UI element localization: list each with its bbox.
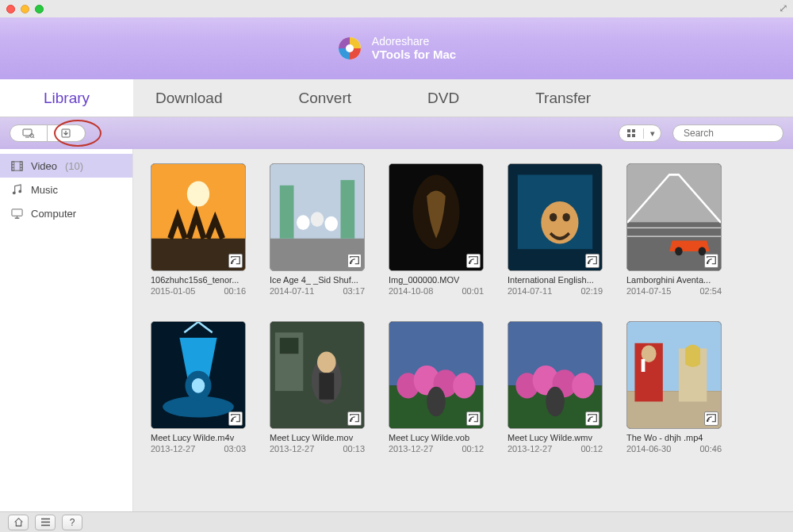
view-mode-button[interactable]: ▾	[619, 124, 661, 142]
tab-transfer[interactable]: Transfer	[513, 79, 613, 117]
close-window-button[interactable]	[6, 5, 15, 13]
video-name: Lamborghini Aventa...	[626, 275, 722, 285]
svg-point-48	[675, 247, 682, 256]
video-duration: 00:16	[224, 286, 246, 296]
svg-point-20	[13, 191, 16, 194]
tab-library[interactable]: Library	[0, 79, 133, 117]
video-thumbnail[interactable]	[626, 321, 722, 429]
video-card[interactable]: Meet Lucy Wilde.m4v 2013-12-27 03:03	[151, 321, 246, 454]
svg-rect-32	[341, 180, 355, 239]
video-name: The Wo - dhjh .mp4	[626, 433, 722, 442]
video-date: 2014-07-11	[508, 286, 552, 296]
menu-button[interactable]	[35, 515, 56, 530]
sidebar-item-music[interactable]: Music	[0, 178, 132, 201]
scan-device-button[interactable]	[10, 124, 48, 142]
video-duration: 00:12	[580, 444, 603, 454]
sidebar: Video (10) Music Computer	[0, 149, 133, 511]
window-controls	[6, 5, 44, 13]
video-thumbnail[interactable]	[508, 163, 603, 271]
svg-rect-13	[12, 161, 22, 170]
video-date: 2014-07-15	[626, 286, 671, 296]
search-input[interactable]	[684, 128, 793, 139]
tab-download[interactable]: Download	[133, 79, 245, 117]
video-date: 2014-06-30	[626, 444, 671, 454]
svg-point-27	[187, 181, 209, 206]
sidebar-item-computer[interactable]: Computer	[0, 201, 132, 225]
video-thumbnail[interactable]	[270, 321, 365, 429]
svg-rect-31	[280, 186, 294, 239]
svg-rect-58	[280, 338, 299, 354]
svg-point-44	[562, 213, 569, 222]
video-card[interactable]: Ice Age 4_ _Sid Shuf... 2014-07-11 03:17	[270, 163, 365, 296]
video-name: International English...	[508, 275, 603, 285]
video-card[interactable]: 106zhuhc15s6_tenor... 2015-01-05 00:16	[151, 163, 246, 296]
import-button[interactable]	[48, 124, 86, 142]
video-date: 2015-01-05	[151, 286, 195, 296]
svg-point-78	[588, 420, 590, 422]
toolbar: ▾	[0, 117, 793, 149]
zoom-window-button[interactable]	[35, 5, 44, 13]
video-name: Meet Lucy Wilde.mov	[270, 433, 365, 442]
grid-view-icon	[619, 129, 643, 137]
svg-point-54	[192, 378, 205, 393]
dropdown-arrow-icon: ▾	[643, 128, 661, 139]
video-thumbnail[interactable]	[151, 321, 246, 429]
video-thumbnail[interactable]	[626, 163, 722, 271]
home-button[interactable]	[8, 515, 29, 530]
video-card[interactable]: Lamborghini Aventa... 2014-07-15 02:54	[626, 163, 722, 296]
svg-point-45	[588, 262, 590, 264]
import-icon	[61, 128, 72, 138]
video-thumbnail[interactable]	[270, 163, 365, 271]
cast-badge-icon	[466, 411, 481, 426]
brand-logo-icon	[337, 36, 362, 61]
sidebar-item-count: (10)	[65, 160, 83, 172]
video-card[interactable]: The Wo - dhjh .mp4 2014-06-30 00:46	[626, 321, 722, 454]
question-icon: ?	[70, 517, 75, 528]
video-card[interactable]: International English... 2014-07-11 02:1…	[508, 163, 603, 296]
home-icon	[13, 517, 24, 527]
video-date: 2014-07-11	[270, 286, 314, 296]
svg-point-86	[707, 420, 709, 422]
sidebar-item-label: Music	[31, 184, 58, 196]
cast-badge-icon	[585, 254, 600, 268]
help-button[interactable]: ?	[62, 515, 82, 530]
video-date: 2014-10-08	[389, 286, 433, 296]
svg-point-60	[317, 352, 336, 373]
film-icon	[11, 160, 23, 172]
video-card[interactable]: Meet Lucy Wilde.mov 2013-12-27 00:13	[270, 321, 365, 454]
svg-point-68	[453, 373, 475, 398]
svg-rect-61	[319, 373, 334, 400]
sidebar-item-label: Computer	[31, 208, 76, 220]
video-date: 2013-12-27	[508, 444, 552, 454]
svg-point-35	[324, 216, 338, 232]
svg-point-62	[351, 420, 352, 422]
tab-convert[interactable]: Convert	[277, 79, 374, 117]
fullscreen-icon[interactable]: ⤢	[779, 2, 788, 14]
main-tabs: Library Download Convert DVD Transfer	[0, 79, 793, 117]
video-name: Meet Lucy Wilde.wmv	[508, 433, 603, 442]
cast-badge-icon	[585, 411, 600, 426]
svg-point-76	[572, 373, 594, 398]
minimize-window-button[interactable]	[21, 5, 29, 13]
video-thumbnail[interactable]	[389, 321, 484, 429]
video-card[interactable]: Meet Lucy Wilde.vob 2013-12-27 00:12	[389, 321, 484, 454]
brand-product: VTools for Mac	[372, 48, 456, 61]
search-field[interactable]	[672, 124, 783, 142]
video-duration: 03:03	[224, 444, 246, 454]
sidebar-item-video[interactable]: Video (10)	[0, 154, 132, 178]
cast-badge-icon	[347, 411, 362, 426]
svg-point-69	[427, 387, 446, 417]
svg-point-39	[469, 262, 471, 264]
svg-rect-15	[20, 161, 22, 170]
video-card[interactable]: Img_000000.MOV 2014-10-08 00:01	[389, 163, 484, 296]
tab-dvd[interactable]: DVD	[405, 79, 481, 117]
video-card[interactable]: Meet Lucy Wilde.wmv 2013-12-27 00:12	[508, 321, 603, 454]
video-duration: 00:01	[462, 286, 484, 296]
svg-line-5	[33, 137, 35, 138]
video-thumbnail[interactable]	[508, 321, 603, 429]
video-thumbnail[interactable]	[389, 163, 484, 271]
video-thumbnail[interactable]	[151, 163, 246, 271]
video-name: Ice Age 4_ _Sid Shuf...	[270, 275, 365, 285]
svg-point-28	[232, 262, 233, 264]
video-duration: 00:12	[462, 444, 484, 454]
